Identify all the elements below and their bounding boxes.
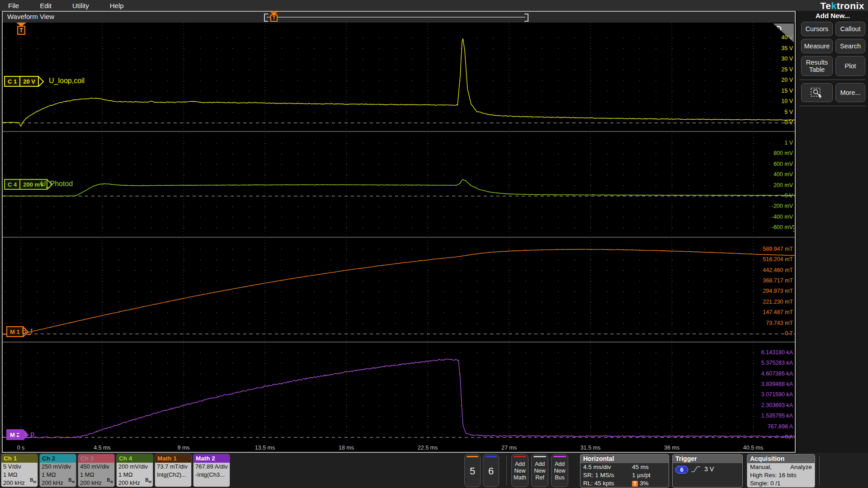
trigger-panel[interactable]: Trigger 6 3 V: [672, 454, 743, 488]
logo-text: tronix: [837, 0, 864, 11]
channel-setting: 450 mV/div: [80, 463, 114, 471]
axis-tick-ch1: 35 V: [781, 45, 793, 52]
horizontal-overview-slider[interactable]: T: [264, 13, 528, 21]
waveform-view-title: Waveform View: [7, 13, 54, 20]
plot-button[interactable]: Plot: [835, 56, 865, 76]
horizontal-title: Horizontal: [580, 455, 669, 463]
channel-card-math1[interactable]: Math 173.7 mT/divIntg(Ch2)...: [155, 454, 192, 487]
acquisition-panel[interactable]: Acquisition Manual,Analyze High Res: 16 …: [747, 454, 815, 488]
bandwidth-icon: BW: [68, 476, 75, 486]
color-stripe: [485, 456, 497, 457]
axis-tick-ch1: 30 V: [781, 56, 793, 62]
slice-math1: [3, 249, 795, 334]
axis-tick-math1: 442.460 mT: [763, 267, 793, 274]
horizontal-panel[interactable]: Horizontal 4.5 ms/div45 ms SR: 1 MS/s1 µ…: [580, 454, 669, 488]
channel1-badge[interactable]: C 120 V: [4, 76, 42, 87]
waveform-trace-math2: [3, 359, 795, 438]
slice-ch4: [3, 143, 795, 228]
axis-tick-ch4: 200 mV: [774, 182, 793, 189]
overview-trigger-marker-icon[interactable]: T: [269, 12, 278, 22]
add-button-label: AddNewMath: [512, 461, 528, 481]
channel-card-math2[interactable]: Math 2767.89 A/div-Intg(Ch3...: [193, 454, 230, 487]
axis-tick-ch4: -200 mV: [772, 203, 793, 210]
scope-button-5[interactable]: 5: [464, 454, 481, 487]
trigger-t-icon: T: [17, 26, 25, 35]
trigger-position-flag[interactable]: T: [15, 23, 28, 38]
add-button-label: AddNewRef: [532, 461, 548, 481]
callout-button[interactable]: Callout: [835, 22, 865, 36]
horizontal-window: 45 ms: [632, 463, 649, 471]
panel-resize-handle[interactable]: ⋮: [790, 227, 795, 230]
divider: [506, 455, 507, 485]
overview-track[interactable]: [267, 17, 525, 18]
add-new-ref-button[interactable]: AddNewRef: [531, 454, 548, 487]
channel1-waveform-label[interactable]: U_loop,coil: [49, 77, 85, 85]
math1-waveform-label[interactable]: B_t: [22, 327, 33, 335]
axis-tick-ch1: 20 V: [781, 77, 793, 84]
channel4-waveform-label[interactable]: U_Photod: [41, 180, 73, 188]
overview-right-bracket[interactable]: [524, 14, 528, 22]
zoom-select-button[interactable]: [801, 83, 833, 102]
add-new-math-button[interactable]: AddNewMath: [511, 454, 528, 487]
menu-utility[interactable]: Utility: [72, 2, 89, 9]
axis-tick-math2: 1.535795 kA: [761, 413, 793, 419]
channel-setting: 250 mV/div: [42, 463, 76, 471]
axis-tick-math1: 0 T: [785, 330, 793, 337]
time-axis-label: 27 ms: [501, 445, 517, 451]
rising-edge-icon: [691, 466, 701, 473]
channel-card-ch3[interactable]: Ch 3450 mV/div1 MΩ200 kHzBW: [78, 454, 115, 487]
axis-tick-math2: 767.898 A: [768, 423, 793, 430]
axis-tick-math2: 4.607385 kA: [761, 371, 793, 377]
time-axis-label: 9 ms: [177, 445, 189, 451]
time-axis-label: 4.5 ms: [94, 445, 111, 451]
channel-setting: 200 mV/div: [118, 463, 153, 471]
waveform-plot-area[interactable]: T C 120 V U_loop,coil C 4200 mV U_Photod…: [3, 23, 795, 452]
axis-tick-math2: 5.375283 kA: [761, 360, 793, 366]
color-stripe: [467, 456, 478, 457]
axis-tick-math2: 2.303693 kA: [761, 402, 793, 409]
time-axis-label: 0 s: [17, 445, 25, 451]
axis-tick-math1: 73.743 mT: [766, 320, 793, 327]
search-button[interactable]: Search: [835, 39, 865, 53]
horizontal-scale: 4.5 ms/div: [583, 463, 632, 471]
results-table-button[interactable]: Results Table: [801, 56, 833, 76]
axis-tick-ch1: 15 V: [781, 88, 793, 94]
math2-badge[interactable]: M 2: [6, 429, 27, 440]
menu-help[interactable]: Help: [110, 2, 124, 9]
bottom-settings-bar: Ch 15 V/div1 MΩ200 kHzBWCh 2250 mV/div1 …: [0, 453, 868, 488]
divider: [819, 455, 820, 485]
horizontal-sample-rate: SR: 1 MS/s: [583, 471, 632, 479]
axis-tick-math1: 221.230 mT: [763, 299, 793, 305]
waveform-trace-ch1: [3, 38, 795, 126]
trigger-level: 3 V: [704, 465, 714, 473]
axis-tick-ch4: 600 mV: [774, 161, 793, 168]
waveform-trace-math1: [3, 249, 795, 334]
math2-waveform-label[interactable]: I_p: [24, 430, 34, 438]
channel-card-settings: 767.89 A/div-Intg(Ch3...: [193, 463, 230, 487]
axis-tick-ch4: 400 mV: [774, 171, 793, 178]
channel-card-ch1[interactable]: Ch 15 V/div1 MΩ200 kHzBW: [1, 454, 38, 487]
sidebar-divider: [799, 80, 865, 80]
menu-file[interactable]: File: [8, 2, 19, 9]
axis-tick-ch4: 0 V: [784, 192, 793, 199]
channel-setting: 5 V/div: [3, 463, 38, 471]
scope-button-6[interactable]: 6: [483, 454, 499, 487]
channel4-id: C 4: [5, 180, 19, 189]
scope-button-label: 5: [465, 465, 480, 477]
channel-setting: 767.89 A/div: [195, 463, 230, 471]
more-button[interactable]: More...: [835, 83, 865, 102]
cursors-button[interactable]: Cursors: [801, 22, 833, 36]
channel-card-ch4[interactable]: Ch 4200 mV/div1 MΩ200 kHzBW: [116, 454, 153, 487]
time-axis-label: 13.5 ms: [255, 445, 275, 451]
axis-tick-ch1: 0 V: [784, 119, 793, 126]
channel-setting: Intg(Ch2)...: [157, 471, 191, 479]
measure-button[interactable]: Measure: [801, 39, 833, 53]
add-new-bus-button[interactable]: AddNewBus: [551, 454, 568, 487]
menu-edit[interactable]: Edit: [40, 2, 52, 9]
overview-left-bracket[interactable]: [264, 14, 268, 22]
channel-card-ch2[interactable]: Ch 2250 mV/div1 MΩ200 kHzBW: [39, 454, 76, 487]
channel-card-settings: 5 V/div1 MΩ200 kHzBW: [1, 463, 38, 487]
channel-card-settings: 450 mV/div1 MΩ200 kHzBW: [78, 463, 114, 487]
slice-ch1: [3, 38, 795, 127]
waveform-window: Waveform View T T C 120 V U_loop,coil C …: [2, 11, 796, 453]
